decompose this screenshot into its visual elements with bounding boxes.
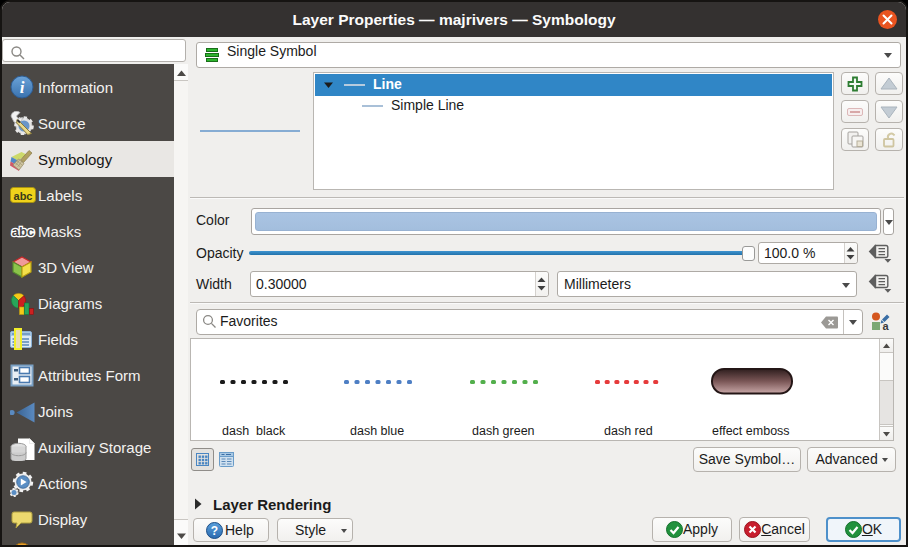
svg-text:i: i — [20, 78, 25, 97]
svg-text:a: a — [882, 320, 889, 331]
svg-text:abc: abc — [14, 190, 33, 202]
svg-text:abc: abc — [12, 224, 34, 239]
svg-text:?: ? — [211, 524, 218, 538]
